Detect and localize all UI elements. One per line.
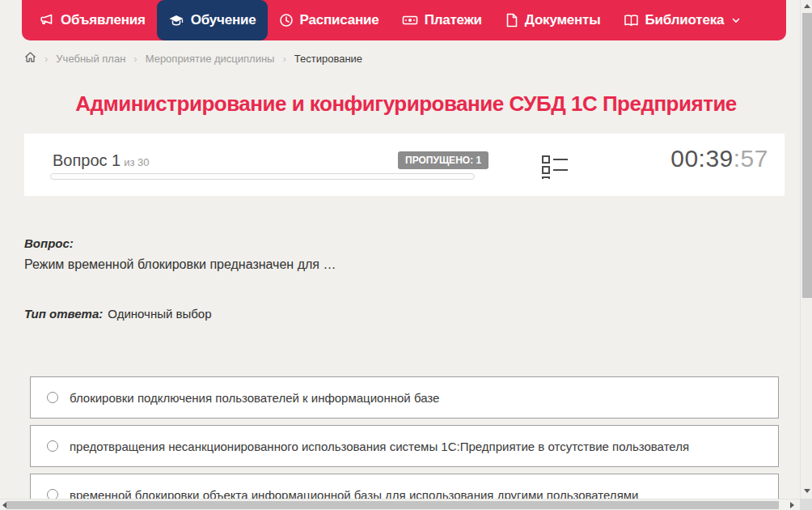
nav-item-schedule[interactable]: Расписание <box>268 0 391 40</box>
clock-icon <box>279 13 294 28</box>
nav-item-announcements[interactable]: Объявления <box>28 0 157 40</box>
breadcrumb-item-testing: Тестирование <box>294 53 362 65</box>
question-number: Вопрос 1из 30 <box>53 151 150 170</box>
breadcrumb-separator: › <box>282 53 285 65</box>
breadcrumb-separator: › <box>133 53 137 65</box>
vertical-scrollbar[interactable] <box>800 0 812 499</box>
graduation-cap-icon <box>168 13 184 28</box>
answer-option[interactable]: блокировки подключения пользователей к и… <box>30 376 779 419</box>
horizontal-scrollbar[interactable] <box>0 499 800 510</box>
answer-type: Тип ответа:Одиночный выбор <box>24 307 212 321</box>
question-total: из 30 <box>124 156 149 168</box>
nav-item-label: Платежи <box>425 12 482 28</box>
nav-item-label: Объявления <box>61 12 146 28</box>
scroll-down-arrow-icon[interactable] <box>804 489 810 493</box>
breadcrumb-item-curriculum[interactable]: Учебный план <box>56 53 125 65</box>
answer-option-label: предотвращения несанкционированного испо… <box>70 440 689 453</box>
horizontal-scrollbar-thumb[interactable] <box>6 501 779 509</box>
question-list-icon <box>542 168 569 181</box>
question-progress-bar <box>50 173 475 180</box>
question-heading: Вопрос: <box>24 236 74 250</box>
home-icon[interactable] <box>24 51 36 66</box>
breadcrumb-separator: › <box>44 53 48 65</box>
chevron-down-icon <box>732 16 740 24</box>
question-number-label: Вопрос 1 <box>53 151 121 169</box>
nav-item-payments[interactable]: Платежи <box>391 0 493 40</box>
timer-main: 00:39 <box>670 145 734 172</box>
question-list-button[interactable] <box>542 155 571 179</box>
radio-button[interactable] <box>47 440 58 452</box>
document-icon <box>505 13 518 28</box>
top-navbar: Объявления Обучение Расписание Платежи Д… <box>22 0 786 40</box>
skipped-badge: ПРОПУЩЕНО: 1 <box>398 151 488 169</box>
nav-item-label: Документы <box>525 12 601 28</box>
page-title: Администрирование и конфигурирование СУБ… <box>0 91 812 117</box>
nav-item-label: Расписание <box>300 12 379 28</box>
scroll-right-arrow-icon[interactable] <box>790 502 794 508</box>
answer-option-label: блокировки подключения пользователей к и… <box>70 391 439 405</box>
breadcrumb-item-discipline-event[interactable]: Мероприятие дисциплины <box>146 53 275 65</box>
book-icon <box>624 13 639 28</box>
nav-item-label: Обучение <box>191 12 256 28</box>
answer-option[interactable]: предотвращения несанкционированного испо… <box>30 425 779 467</box>
megaphone-icon <box>40 13 54 28</box>
nav-item-label: Библиотека <box>645 12 725 28</box>
vertical-scrollbar-thumb[interactable] <box>802 13 812 298</box>
question-text: Режим временной блокировки предназначен … <box>24 257 336 272</box>
answer-type-label: Тип ответа: <box>24 307 103 321</box>
nav-item-learning[interactable]: Обучение <box>157 0 268 40</box>
breadcrumb: › Учебный план › Мероприятие дисциплины … <box>24 51 362 66</box>
timer-seconds: :57 <box>734 145 768 172</box>
scroll-up-arrow-icon[interactable] <box>804 4 810 8</box>
timer: 00:39:57 <box>670 145 768 172</box>
nav-item-documents[interactable]: Документы <box>493 0 612 40</box>
payment-icon <box>402 13 418 28</box>
radio-button[interactable] <box>47 392 58 403</box>
question-header-card: Вопрос 1из 30 ПРОПУЩЕНО: 1 00:39:57 <box>24 134 785 196</box>
answer-type-value: Одиночный выбор <box>108 307 211 321</box>
nav-item-library[interactable]: Библиотека <box>612 0 752 40</box>
scrollbar-corner <box>800 499 812 510</box>
